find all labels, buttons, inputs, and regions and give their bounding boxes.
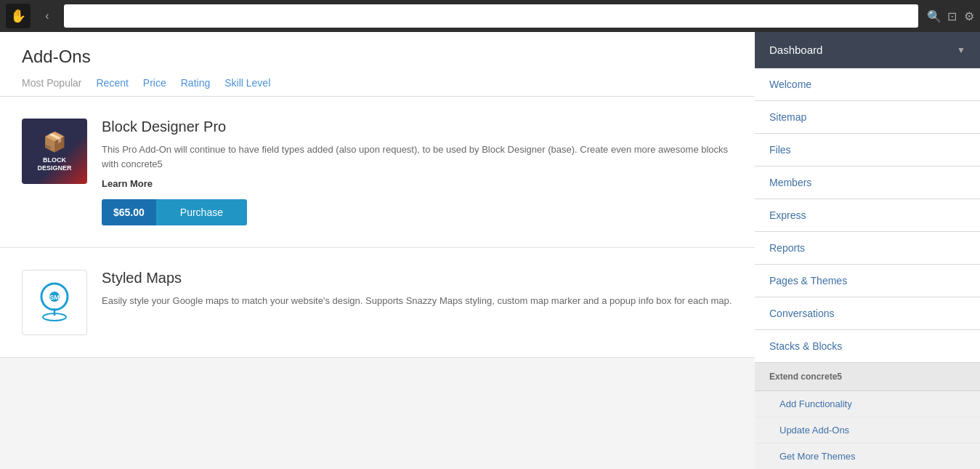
sidebar: Dashboard ▼ Welcome Sitemap Files Member… (755, 32, 980, 469)
filter-tab-most-popular[interactable]: Most Popular (22, 77, 81, 96)
product-inner: 📦 BLOCKDESIGNER Block Designer Pro This … (22, 119, 733, 225)
product-name-styled-maps: Styled Maps (102, 270, 733, 286)
product-image-styled-maps: SM (22, 270, 87, 335)
sidebar-header-title: Dashboard (769, 44, 822, 56)
product-inner-styled-maps: SM Styled Maps Easily style your Google … (22, 270, 733, 335)
filter-tab-recent[interactable]: Recent (96, 77, 128, 96)
content-area: Add-Ons Most Popular Recent Price Rating… (0, 32, 755, 469)
sidebar-items: Welcome Sitemap Files Members Express Re… (755, 68, 980, 469)
purchase-price-block-designer: $65.00 (102, 199, 156, 225)
top-bar: ✋ ‹ 🔍 ⊡ ⚙ (0, 0, 980, 32)
share-icon[interactable]: ⊡ (947, 9, 957, 23)
sidebar-item-sitemap[interactable]: Sitemap (755, 101, 980, 134)
main-layout: Add-Ons Most Popular Recent Price Rating… (0, 32, 980, 469)
filter-tab-price[interactable]: Price (143, 77, 166, 96)
product-info-styled-maps: Styled Maps Easily style your Google map… (102, 270, 733, 316)
sidebar-sub-item-update-addons[interactable]: Update Add-Ons (755, 417, 980, 444)
logo-icon[interactable]: ✋ (6, 4, 31, 28)
top-bar-actions: ⊡ ⚙ (947, 9, 974, 23)
sidebar-item-express[interactable]: Express (755, 199, 980, 232)
filter-tab-rating[interactable]: Rating (181, 77, 210, 96)
product-name-block-designer: Block Designer Pro (102, 119, 733, 135)
learn-more-link-block-designer[interactable]: Learn More (102, 178, 733, 189)
product-desc-block-designer: This Pro Add-On will continue to have fi… (102, 143, 733, 171)
purchase-button-block-designer[interactable]: Purchase (156, 199, 247, 225)
sidebar-sub-item-add-functionality[interactable]: Add Functionality (755, 391, 980, 417)
sidebar-item-reports[interactable]: Reports (755, 232, 980, 265)
block-designer-label: BLOCKDESIGNER (37, 156, 71, 172)
product-image-block-designer: 📦 BLOCKDESIGNER (22, 119, 87, 184)
product-card-styled-maps: SM Styled Maps Easily style your Google … (0, 248, 755, 358)
sidebar-section-extend: Extend concrete5 (755, 363, 980, 391)
product-card-block-designer-pro: 📦 BLOCKDESIGNER Block Designer Pro This … (0, 97, 755, 248)
sidebar-item-members[interactable]: Members (755, 167, 980, 199)
sidebar-item-welcome[interactable]: Welcome (755, 68, 980, 101)
sidebar-dropdown-icon: ▼ (957, 45, 965, 55)
svg-text:SM: SM (49, 294, 60, 301)
product-desc-styled-maps: Easily style your Google maps to match y… (102, 294, 733, 308)
sidebar-item-files[interactable]: Files (755, 134, 980, 167)
sidebar-header[interactable]: Dashboard ▼ (755, 32, 980, 68)
search-icon[interactable]: 🔍 (927, 9, 941, 23)
sidebar-item-pages-themes[interactable]: Pages & Themes (755, 265, 980, 297)
back-button[interactable]: ‹ (36, 5, 58, 27)
styled-maps-svg: SM (25, 273, 84, 332)
search-input[interactable] (64, 4, 918, 28)
filter-tabs: Most Popular Recent Price Rating Skill L… (22, 77, 733, 96)
product-purchase-block-designer: $65.00 Purchase (102, 199, 247, 225)
sidebar-item-conversations[interactable]: Conversations (755, 297, 980, 330)
settings-icon[interactable]: ⚙ (964, 9, 974, 23)
filter-tab-skill-level[interactable]: Skill Level (224, 77, 270, 96)
sidebar-sub-item-get-more-themes[interactable]: Get More Themes (755, 444, 980, 469)
page-title: Add-Ons (22, 47, 733, 67)
product-info-block-designer: Block Designer Pro This Pro Add-On will … (102, 119, 733, 225)
page-header: Add-Ons Most Popular Recent Price Rating… (0, 32, 755, 97)
sidebar-item-stacks-blocks[interactable]: Stacks & Blocks (755, 330, 980, 363)
